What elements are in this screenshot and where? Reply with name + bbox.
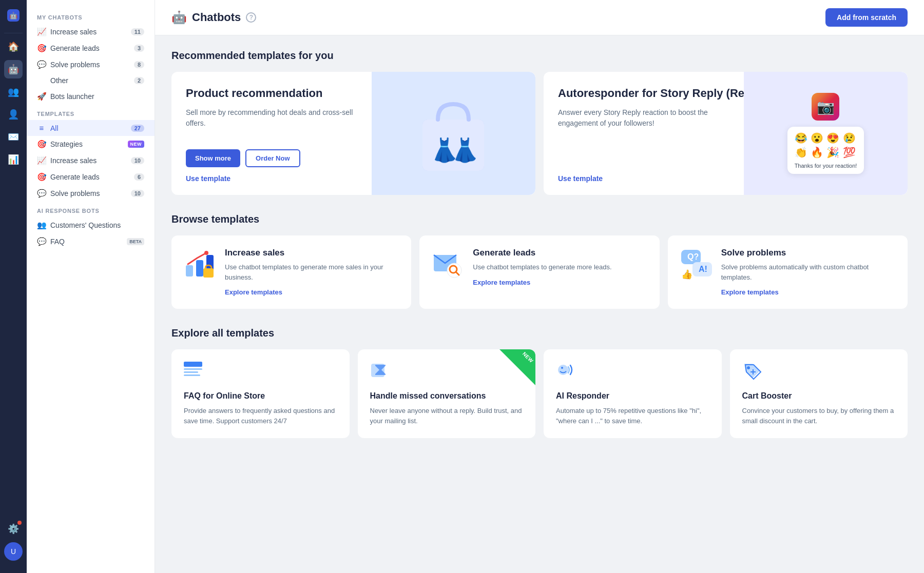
browse-card-increase-sales-icon [184,248,217,283]
sidebar-item-templates-solve-problems[interactable]: 💬 Solve problems 10 [27,185,155,202]
my-chatbots-label: My Chatbots [27,8,155,24]
svg-rect-22 [184,371,198,373]
browse-card-solve-problems-content: Solve problems Solve problems automatica… [721,248,895,297]
browse-increase-sales-link[interactable]: Explore templates [225,288,282,296]
sidebar-item-all-count: 27 [131,125,144,132]
rail-logo-icon[interactable]: 🤖 [4,6,23,25]
browse-increase-sales-desc: Use chatbot templates to generate more s… [225,262,399,282]
sidebar-item-customers-questions-label: Customers' Questions [50,221,144,229]
main-content: 🤖 Chatbots ? Add from scratch Recommende… [155,0,924,573]
page-title-icon: 🤖 [171,10,187,25]
page-title: Chatbots [192,11,241,24]
all-icon: ≡ [37,124,46,132]
generate-leads-icon: 🎯 [37,44,46,53]
strategies-new-badge: NEW [128,141,145,148]
rail-chart-icon[interactable]: 📊 [4,150,23,169]
svg-text:👗: 👗 [451,136,480,164]
sidebar-item-templates-solve-problems-label: Solve problems [50,189,127,197]
templates-section-label: Templates [27,105,155,120]
new-ribbon [499,349,535,385]
sidebar-item-templates-increase-sales-count: 10 [131,157,144,164]
explore-faq-desc: Provide answers to frequently asked ques… [184,406,337,426]
tmpl-solve-problems-icon: 💬 [37,189,46,198]
sidebar-item-increase-sales-label: Increase sales [50,28,127,36]
tmpl-increase-sales-icon: 📈 [37,156,46,165]
rail-home-icon[interactable]: 🏠 [4,37,23,56]
ai-bots-section-label: AI Response Bots [27,202,155,217]
svg-rect-7 [196,260,203,276]
rec-card1-desc: Sell more by recommending hot deals and … [186,107,370,129]
add-from-scratch-button[interactable]: Add from scratch [825,8,908,27]
sidebar-item-other-label: Other [50,76,130,85]
customers-questions-icon: 👥 [37,221,46,230]
content-area: Recommended templates for you Product re… [155,35,924,452]
sidebar-item-templates-increase-sales[interactable]: 📈 Increase sales 10 [27,152,155,169]
icon-rail: 🤖 🏠 🤖 👥 👤 ✉️ 📊 ⚙️ U [0,0,27,573]
rail-avatar-icon[interactable]: U [4,542,23,561]
ig-bubble-text: Thanks for your reaction! [795,163,857,169]
sidebar-item-solve-problems-label: Solve problems [50,61,130,69]
increase-sales-icon: 📈 [37,27,46,36]
ig-reaction-bubble: 😂😮😍😢 👏🔥🎉💯 Thanks for your reaction! [787,127,864,174]
svg-point-26 [561,367,563,369]
explore-cart-title: Cart Booster [742,391,896,401]
rec-card-autoresponder: Autoresponder for Story Reply (Reactions… [544,72,908,195]
svg-text:👍: 👍 [681,269,693,280]
svg-rect-20 [184,362,202,367]
sidebar-item-generate-leads-count: 3 [134,45,144,52]
sidebar-item-faq[interactable]: 💬 FAQ BETA [27,233,155,250]
explore-ai-desc: Automate up to 75% repetitive questions … [556,406,709,426]
page-header: 🤖 Chatbots ? Add from scratch [155,0,924,35]
browse-generate-leads-title: Generate leads [473,248,611,258]
explore-card-faq: FAQ for Online Store Provide answers to … [171,349,350,438]
sidebar-item-templates-increase-sales-label: Increase sales [50,156,127,165]
sidebar-item-generate-leads[interactable]: 🎯 Generate leads 3 [27,40,155,56]
explore-card-ai-responder: AI Responder Automate up to 75% repetiti… [544,349,722,438]
sidebar-item-customers-questions[interactable]: 👥 Customers' Questions [27,217,155,233]
sidebar-item-templates-generate-leads-label: Generate leads [50,173,130,181]
browse-increase-sales-title: Increase sales [225,248,399,258]
svg-text:Q?: Q? [687,252,699,261]
rail-bot-icon[interactable]: 🤖 [4,60,23,78]
sidebar-item-increase-sales[interactable]: 📈 Increase sales 11 [27,24,155,40]
browse-card-generate-leads-content: Generate leads Use chatbot templates to … [473,248,611,287]
solve-problems-icon: 💬 [37,60,46,69]
svg-point-9 [204,251,208,255]
rail-email-icon[interactable]: ✉️ [4,128,23,146]
browse-card-increase-sales-content: Increase sales Use chatbot templates to … [225,248,399,297]
rail-users-icon[interactable]: 👥 [4,83,23,101]
explore-ai-title: AI Responder [556,391,709,401]
strategies-icon: 🎯 [37,140,46,149]
browse-grid: Increase sales Use chatbot templates to … [171,235,908,309]
browse-solve-problems-link[interactable]: Explore templates [721,288,779,296]
sidebar-item-faq-label: FAQ [50,238,123,246]
sidebar-item-templates-solve-problems-count: 10 [131,190,144,197]
browse-section-title: Browse templates [171,213,908,225]
svg-rect-21 [184,368,202,370]
svg-text:A!: A! [699,265,707,273]
sidebar-item-solve-problems[interactable]: 💬 Solve problems 8 [27,56,155,73]
sidebar-item-bots-launcher[interactable]: 🚀 Bots launcher [27,88,155,105]
svg-point-25 [558,365,568,375]
browse-card-generate-leads-icon [432,248,465,283]
rec-card1-order-now-btn[interactable]: Order Now [245,149,300,167]
explore-faq-title: FAQ for Online Store [184,391,337,401]
sidebar-item-templates-generate-leads[interactable]: 🎯 Generate leads 6 [27,169,155,185]
explore-faq-icon [184,362,337,384]
page-title-wrap: 🤖 Chatbots ? [171,10,256,25]
explore-section-title: Explore all templates [171,327,908,339]
notification-dot [17,521,22,525]
explore-cart-desc: Convince your customers to buy, by offer… [742,406,896,426]
sidebar-item-strategies[interactable]: 🎯 Strategies NEW [27,136,155,152]
help-icon[interactable]: ? [246,12,256,23]
explore-missed-desc: Never leave anyone without a reply. Buil… [370,406,524,426]
browse-solve-problems-title: Solve problems [721,248,895,258]
sidebar-item-other[interactable]: Other 2 [27,73,155,88]
rec-card1-show-more-btn[interactable]: Show more [186,149,240,167]
svg-text:🤖: 🤖 [9,11,18,20]
rail-person-icon[interactable]: 👤 [4,105,23,124]
browse-generate-leads-link[interactable]: Explore templates [473,279,530,286]
browse-card-increase-sales: Increase sales Use chatbot templates to … [171,235,411,309]
ig-emojis: 😂😮😍😢 👏🔥🎉💯 [795,132,857,159]
sidebar-item-all[interactable]: ≡ All 27 [27,120,155,136]
